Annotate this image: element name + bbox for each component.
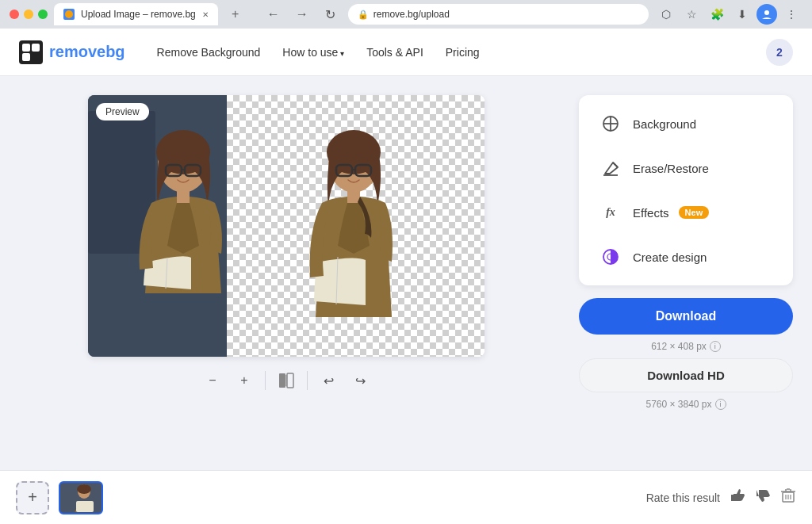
browser-navigation: ← → ↻ (262, 3, 342, 25)
undo-button[interactable]: ↩ (317, 369, 339, 392)
browser-action-buttons: ⬡ ☆ 🧩 ⬇ ⋮ (655, 3, 802, 25)
rate-label: Rate this result (646, 491, 720, 504)
background-icon (598, 111, 623, 136)
tab-close-button[interactable]: ✕ (202, 10, 209, 19)
maximize-window-button[interactable] (38, 10, 48, 19)
svg-rect-35 (76, 501, 94, 512)
url-text: remove.bg/upload (373, 9, 450, 20)
image-canvas-wrapper: Preview (88, 95, 485, 357)
download-browser-button[interactable]: ⬇ (731, 3, 753, 25)
erase-label: Erase/Restore (633, 162, 709, 175)
download-hd-size-info: 5760 × 3840 px i (579, 399, 793, 410)
browser-chrome: Upload Image – remove.bg ✕ + ← → ↻ 🔒 rem… (0, 0, 812, 29)
window-controls (10, 10, 48, 19)
download-section: Download 612 × 408 px i Download HD 5760… (579, 298, 793, 410)
erase-icon (598, 155, 623, 181)
create-design-label: Create design (633, 251, 707, 264)
original-person-svg (88, 95, 227, 357)
minimize-window-button[interactable] (24, 10, 33, 19)
svg-rect-5 (22, 53, 30, 61)
svg-rect-4 (32, 44, 40, 52)
sidebar: Background Erase/Restore (579, 95, 793, 451)
svg-rect-2 (19, 40, 43, 64)
delete-icon (780, 488, 796, 503)
thumbs-up-icon (730, 488, 745, 503)
new-badge: New (679, 206, 710, 219)
bookmark-button[interactable]: ☆ (680, 3, 703, 25)
nav-tools-api[interactable]: Tools & API (366, 46, 423, 59)
svg-rect-22 (279, 373, 285, 388)
logo-text: removebg (49, 43, 125, 61)
extensions-button[interactable]: 🧩 (706, 3, 728, 25)
processed-person-svg (227, 95, 473, 357)
download-button[interactable]: Download (579, 298, 793, 335)
image-thumbnail[interactable] (59, 481, 103, 514)
back-button[interactable]: ← (262, 3, 285, 25)
svg-point-34 (77, 484, 91, 494)
redo-button[interactable]: ↪ (349, 369, 371, 392)
tool-background[interactable]: Background (585, 101, 787, 146)
processed-image-half (227, 95, 485, 357)
compare-button[interactable] (275, 369, 297, 392)
download-hd-button[interactable]: Download HD (579, 358, 793, 392)
delete-button[interactable] (780, 488, 796, 507)
create-design-icon (598, 244, 623, 270)
nav-how-to-use[interactable]: How to use (282, 46, 344, 59)
svg-point-1 (764, 10, 769, 15)
rate-section: Rate this result (646, 488, 796, 507)
zoom-out-button[interactable]: − (201, 369, 224, 392)
tools-panel: Background Erase/Restore (579, 95, 793, 285)
original-image-half (88, 95, 227, 357)
svg-rect-3 (22, 44, 30, 52)
tab-favicon (63, 9, 75, 20)
download-info-icon: i (710, 341, 721, 352)
tool-erase[interactable]: Erase/Restore (585, 146, 787, 190)
browser-tab[interactable]: Upload Image – remove.bg ✕ (54, 3, 218, 25)
add-image-button[interactable]: + (16, 481, 49, 514)
thumbs-down-icon (755, 488, 771, 503)
svg-point-0 (65, 10, 73, 18)
header-right: 2 (766, 39, 793, 66)
controls-separator (265, 371, 266, 390)
new-tab-button[interactable]: + (224, 3, 247, 25)
main-content: Preview (0, 76, 812, 470)
thumbs-down-button[interactable] (755, 488, 771, 507)
image-controls: − + ↩ ↪ (201, 369, 371, 392)
menu-button[interactable]: ⋮ (780, 3, 802, 25)
tool-create-design[interactable]: Create design (585, 235, 787, 279)
nav-remove-background[interactable]: Remove Background (157, 46, 261, 59)
notification-badge[interactable]: 2 (766, 39, 793, 66)
svg-rect-23 (287, 373, 293, 388)
bottom-bar: + Rate this result (0, 470, 812, 524)
address-bar[interactable]: 🔒 remove.bg/upload (348, 4, 649, 25)
tab-title: Upload Image – remove.bg (81, 9, 196, 20)
forward-button[interactable]: → (291, 3, 313, 25)
zoom-in-button[interactable]: + (233, 369, 255, 392)
tool-effects[interactable]: fx Effects New (585, 190, 787, 235)
controls-separator-2 (307, 371, 308, 390)
main-nav: Remove Background How to use Tools & API… (157, 46, 480, 59)
logo[interactable]: removebg (19, 40, 125, 64)
compare-icon (278, 373, 294, 388)
logo-icon (19, 40, 43, 64)
effects-label: Effects (633, 206, 669, 220)
download-size-info: 612 × 408 px i (579, 341, 793, 352)
canvas-area: Preview (19, 95, 553, 451)
user-avatar[interactable] (756, 4, 777, 25)
svg-rect-13 (177, 189, 190, 203)
effects-icon: fx (598, 200, 623, 225)
cast-button[interactable]: ⬡ (655, 3, 677, 25)
svg-rect-20 (347, 189, 360, 203)
nav-pricing[interactable]: Pricing (446, 46, 480, 59)
download-hd-info-icon: i (715, 399, 726, 410)
refresh-button[interactable]: ↻ (320, 3, 342, 25)
preview-badge: Preview (96, 103, 149, 120)
app-container: removebg Remove Background How to use To… (0, 29, 812, 524)
image-container: Preview (88, 95, 485, 357)
thumbs-up-button[interactable] (730, 488, 745, 507)
app-header: removebg Remove Background How to use To… (0, 29, 812, 76)
svg-line-29 (613, 163, 618, 167)
background-label: Background (633, 117, 696, 131)
close-window-button[interactable] (10, 10, 19, 19)
